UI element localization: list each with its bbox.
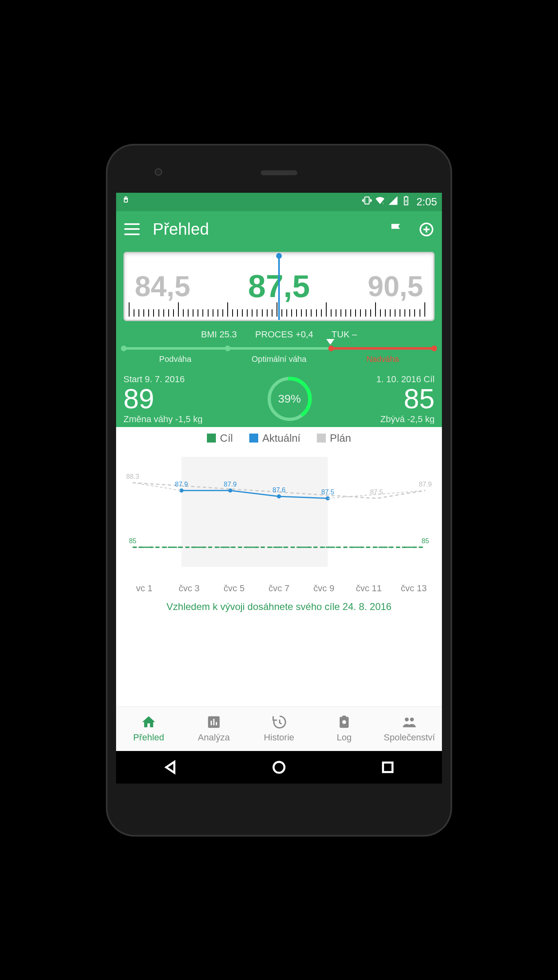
goal-end: 1. 10. 2016 Cíl 85 Zbývá -2,5 kg: [376, 374, 435, 424]
svg-rect-30: [213, 719, 214, 725]
bottom-nav: Přehled Analýza Historie Log Společenstv…: [116, 706, 442, 751]
bmi-scale-labels: Podváha Optimální váha Nadváha: [123, 355, 435, 364]
svg-text:87.9: 87.9: [224, 480, 237, 487]
goal-start: Start 9. 7. 2016 89 Změna váhy -1,5 kg: [123, 374, 202, 424]
xaxis-label: čvc 11: [346, 583, 391, 594]
goal-start-delta: Změna váhy -1,5 kg: [123, 414, 202, 424]
nav-overview[interactable]: Přehled: [116, 707, 181, 751]
legend-plan: Plán: [317, 432, 351, 445]
chart-legend: Cíl Aktuální Plán: [120, 432, 438, 445]
svg-point-14: [277, 494, 281, 498]
svg-text:!: !: [383, 201, 384, 205]
android-debug-icon: [121, 196, 131, 208]
svg-rect-38: [383, 762, 392, 772]
svg-point-1: [125, 197, 125, 198]
svg-point-36: [410, 718, 414, 722]
forecast-text: Vzhledem k vývoji dosáhnete svého cíle 2…: [120, 601, 438, 612]
goal-row: Start 9. 7. 2016 89 Změna váhy -1,5 kg 3…: [123, 374, 435, 427]
signal-icon: [388, 195, 398, 209]
svg-text:87.6: 87.6: [272, 486, 286, 493]
chart-area: Cíl Aktuální Plán 88.38587.987.987.687.5…: [116, 427, 442, 620]
community-icon: [402, 714, 417, 730]
android-nav-bar: [116, 751, 442, 784]
svg-text:87.5: 87.5: [321, 488, 334, 496]
status-time: 2:05: [416, 196, 437, 208]
weight-prev: 84,5: [135, 270, 190, 303]
svg-text:85: 85: [129, 537, 136, 544]
legend-goal: Cíl: [207, 432, 233, 445]
menu-icon[interactable]: [124, 222, 140, 237]
home-icon: [141, 714, 156, 730]
goal-start-value: 89: [123, 385, 202, 412]
wifi-icon: !: [375, 195, 385, 209]
weight-next: 90,5: [368, 270, 423, 303]
svg-rect-11: [182, 457, 328, 567]
svg-rect-7: [405, 196, 407, 197]
svg-point-35: [405, 718, 409, 722]
chart-plot: 88.38587.987.987.687.587.587.985: [120, 457, 438, 579]
chart-icon: [206, 714, 222, 730]
xaxis-label: vc 1: [122, 583, 167, 594]
add-icon[interactable]: [419, 222, 434, 237]
bmi-over-label: Nadváha: [331, 355, 435, 364]
svg-point-34: [342, 720, 346, 724]
nav-community[interactable]: Společenství: [377, 707, 442, 751]
flag-icon[interactable]: [389, 222, 404, 237]
svg-text:87.9: 87.9: [419, 480, 432, 487]
status-bar: ! 2:05: [116, 193, 442, 211]
svg-text:87.5: 87.5: [370, 488, 383, 496]
svg-rect-31: [216, 722, 217, 725]
summary-panel: 84,5 87,5 90,5 BMI 25.3 PROCES +0,4 TUK …: [116, 248, 442, 427]
log-icon: [336, 714, 352, 730]
goal-end-value: 85: [376, 385, 435, 412]
bmi-optimal-label: Optimální váha: [227, 355, 331, 364]
bmi-value: BMI 25.3: [201, 329, 237, 340]
legend-actual: Aktuální: [249, 432, 301, 445]
back-button[interactable]: [162, 759, 178, 775]
vibrate-icon: [362, 195, 372, 209]
fat-value: TUK –: [332, 329, 357, 340]
phone-frame: ! 2:05 Přehled 84,5 87,5 90,5: [106, 144, 452, 837]
nav-history[interactable]: Historie: [246, 707, 312, 751]
svg-point-0: [124, 196, 127, 200]
picker-needle: [278, 253, 280, 320]
page-title: Přehled: [153, 220, 376, 238]
svg-text:88.3: 88.3: [126, 472, 139, 480]
battery-charging-icon: [401, 195, 411, 209]
process-value: PROCES +0,4: [255, 329, 313, 340]
chart-xaxis: vc 1čvc 3čvc 5čvc 7čvc 9čvc 11čvc 13: [120, 583, 438, 594]
progress-percent: 39%: [265, 374, 314, 423]
goal-end-delta: Zbývá -2,5 kg: [376, 414, 435, 424]
nav-analysis[interactable]: Analýza: [181, 707, 246, 751]
progress-ring: 39%: [265, 374, 314, 423]
xaxis-label: čvc 7: [257, 583, 301, 594]
svg-rect-33: [342, 716, 346, 718]
recent-button[interactable]: [380, 759, 396, 775]
svg-text:87.9: 87.9: [175, 480, 188, 487]
xaxis-label: čvc 9: [301, 583, 346, 594]
xaxis-label: čvc 5: [212, 583, 257, 594]
metrics-row: BMI 25.3 PROCES +0,4 TUK –: [123, 329, 435, 340]
nav-log[interactable]: Log: [312, 707, 377, 751]
xaxis-label: čvc 13: [391, 583, 436, 594]
history-icon: [271, 714, 287, 730]
svg-rect-3: [365, 197, 369, 204]
svg-rect-29: [211, 721, 212, 725]
bmi-under-label: Podváha: [123, 355, 227, 364]
app-bar: Přehled: [116, 211, 442, 248]
xaxis-label: čvc 3: [167, 583, 211, 594]
weight-picker[interactable]: 84,5 87,5 90,5: [123, 252, 435, 321]
home-button[interactable]: [271, 759, 287, 775]
bmi-marker: [326, 339, 334, 345]
svg-text:85: 85: [422, 537, 429, 544]
svg-point-37: [274, 762, 285, 773]
svg-point-2: [126, 197, 127, 198]
bmi-scale: [123, 346, 435, 351]
screen: ! 2:05 Přehled 84,5 87,5 90,5: [116, 193, 442, 784]
